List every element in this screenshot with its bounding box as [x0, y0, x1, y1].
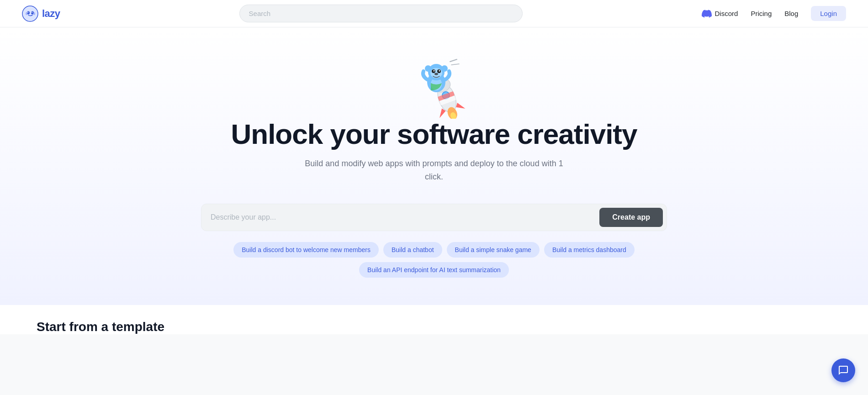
discord-label: Discord [715, 10, 738, 17]
hero-subtitle: Build and modify web apps with prompts a… [297, 157, 571, 184]
logo-text: lazy [42, 8, 60, 20]
login-button[interactable]: Login [811, 6, 846, 21]
lazy-logo-icon [22, 5, 38, 22]
svg-point-0 [22, 6, 38, 21]
svg-point-26 [441, 65, 448, 72]
hero-section: Unlock your software creativity Build an… [0, 27, 868, 305]
blog-link[interactable]: Blog [784, 10, 798, 17]
svg-point-22 [434, 70, 435, 72]
suggestion-chip[interactable]: Build a metrics dashboard [544, 242, 635, 258]
svg-line-27 [450, 59, 457, 62]
bottom-peek-title: Start from a template [37, 320, 164, 334]
mascot-illustration [397, 46, 471, 119]
svg-point-5 [26, 12, 27, 15]
suggestions-area: Build a discord bot to welcome new membe… [201, 242, 667, 278]
chat-bubble-button[interactable] [831, 358, 855, 382]
discord-icon [702, 9, 712, 19]
svg-point-3 [27, 12, 28, 13]
svg-point-25 [425, 65, 431, 72]
suggestion-chip[interactable]: Build an API endpoint for AI text summar… [359, 262, 509, 278]
svg-point-23 [439, 70, 440, 72]
app-input-wrapper: Create app [201, 204, 667, 231]
logo-area: lazy [22, 5, 60, 22]
chat-icon [838, 365, 849, 376]
search-area [239, 5, 523, 22]
svg-point-4 [32, 12, 32, 13]
discord-link[interactable]: Discord [702, 9, 738, 19]
svg-line-28 [451, 64, 459, 65]
create-app-button[interactable]: Create app [599, 208, 663, 227]
mascot-container [397, 46, 471, 119]
pricing-link[interactable]: Pricing [751, 10, 772, 17]
nav-links: Discord Pricing Blog Login [702, 6, 846, 21]
svg-point-24 [434, 73, 438, 75]
search-input[interactable] [239, 5, 523, 22]
bottom-peek-section: Start from a template [0, 305, 868, 334]
svg-point-6 [33, 12, 35, 15]
hero-title: Unlock your software creativity [231, 119, 637, 150]
navbar: lazy Discord Pricing Blog Login [0, 0, 868, 27]
suggestion-chip[interactable]: Build a discord bot to welcome new membe… [233, 242, 379, 258]
suggestion-chip[interactable]: Build a simple snake game [447, 242, 540, 258]
app-describe-input[interactable] [211, 213, 599, 221]
suggestion-chip[interactable]: Build a chatbot [383, 242, 442, 258]
